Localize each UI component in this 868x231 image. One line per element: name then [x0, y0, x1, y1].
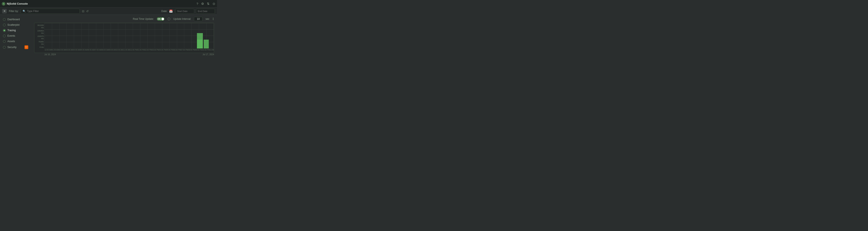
realtime-label: Real Time Update:	[133, 17, 154, 21]
v-line-7	[89, 23, 89, 48]
radio-dashboard	[3, 18, 6, 21]
x-tick-12: 12:00 PM	[130, 49, 137, 51]
interval-spinner[interactable]: ▲ ▼	[212, 17, 214, 21]
nav-label-dashboard: Dashboard	[7, 18, 20, 21]
start-date-input[interactable]	[175, 9, 194, 14]
content-area: Real Time Update: ON i Update Interval: …	[31, 15, 217, 58]
v-line-2	[52, 23, 52, 48]
v-line-18	[169, 23, 170, 48]
v-line-12	[125, 23, 126, 48]
save-filter-icon[interactable]: ⊟	[82, 9, 85, 13]
v-line-21	[191, 23, 192, 48]
top-bar-icons: ? ⚙ ⇅ ⊙	[196, 2, 215, 6]
sidebar-item-tracing[interactable]: Tracing	[0, 28, 31, 33]
grid-line-top	[44, 23, 214, 23]
v-line-9	[103, 23, 104, 48]
toggle-knob	[161, 18, 164, 20]
x-tick-19: 07:00 PM	[181, 49, 188, 51]
toggle-on-label: ON	[158, 18, 161, 20]
radio-scatterplot	[3, 24, 6, 26]
x-tick-2: 02:00 AM	[59, 49, 66, 51]
v-line-3	[59, 23, 60, 48]
date-start-label: Jul 16, 2024	[44, 53, 56, 55]
history-icon[interactable]: ↺	[86, 9, 89, 13]
x-tick-16: 04:00 PM	[159, 49, 166, 51]
info-icon: i	[167, 17, 170, 21]
v-line-19	[177, 23, 177, 48]
v-line-10	[111, 23, 111, 48]
main-layout: Dashboard Scatterplot Tracing Events Ass…	[0, 15, 217, 58]
x-tick-15: 03:00 PM	[152, 49, 159, 51]
filter-input[interactable]	[27, 10, 78, 13]
x-tick-4: 04:00 AM	[73, 49, 80, 51]
y-tick-2: 75485ms	[35, 41, 44, 45]
x-tick-18: 06:00 PM	[174, 49, 181, 51]
chart-container: 301939ms 226454ms 150970ms 75485ms 0 ms …	[34, 23, 214, 53]
v-line-11	[118, 23, 118, 48]
v-line-16	[155, 23, 155, 48]
close-button[interactable]: ✕	[2, 9, 7, 13]
x-tick-5: 05:00 AM	[80, 49, 87, 51]
date-controls: Date: 📅	[161, 9, 215, 14]
v-line-4	[66, 23, 67, 48]
nav-label-assets: Assets	[7, 40, 15, 43]
nav-label-events: Events	[7, 34, 15, 37]
x-tick-1: 01:00 AM	[52, 49, 59, 51]
help-icon[interactable]: ?	[196, 2, 198, 5]
sidebar-item-assets[interactable]: Assets	[0, 39, 31, 44]
x-tick-7: 07:00 AM	[95, 49, 102, 51]
y-tick-1: 0 ms	[35, 46, 44, 48]
chart-inner: 301939ms 226454ms 150970ms 75485ms 0 ms …	[34, 23, 214, 53]
connections-icon[interactable]: ⇅	[207, 2, 210, 6]
sidebar-item-events[interactable]: Events	[0, 33, 31, 38]
app-title: N|Solid Console	[7, 2, 28, 5]
end-date-input[interactable]	[196, 9, 215, 14]
nav-panel: Dashboard Scatterplot Tracing Events Ass…	[0, 15, 31, 58]
svg-text:N: N	[3, 3, 4, 5]
x-tick-9: 09:00 AM	[109, 49, 116, 51]
y-tick-3: 150970ms	[35, 35, 44, 40]
app-logo: N N|Solid Console	[2, 2, 28, 6]
latency-axis-label: Latency	[44, 35, 45, 43]
v-line-6	[81, 23, 82, 48]
filter-bar: ✕ Filter by: 🔍 ⊟ ↺ Date: 📅	[0, 8, 217, 15]
filter-input-wrap: 🔍	[21, 9, 80, 14]
search-icon: 🔍	[23, 10, 26, 13]
interval-input[interactable]	[194, 17, 203, 21]
nav-label-scatterplot: Scatterplot	[7, 24, 20, 26]
sidebar-item-dashboard[interactable]: Dashboard	[0, 17, 31, 22]
y-axis: 301939ms 226454ms 150970ms 75485ms 0 ms	[34, 23, 44, 53]
realtime-toggle[interactable]: ON	[157, 17, 164, 21]
top-bar: N N|Solid Console ? ⚙ ⇅ ⊙	[0, 0, 217, 8]
settings-icon[interactable]: ⚙	[201, 2, 204, 6]
sidebar-item-scatterplot[interactable]: Scatterplot	[0, 22, 31, 27]
nav-label-tracing: Tracing	[7, 29, 16, 32]
x-tick-20: 08:00 PM	[188, 49, 195, 51]
calendar-icon[interactable]: 📅	[169, 9, 173, 13]
grid-line-2	[44, 29, 214, 30]
x-tick-0: 12:00 AM	[44, 49, 52, 51]
app-logo-icon: N	[2, 2, 5, 6]
chart-plot: Latency	[44, 23, 214, 53]
interval-label: Update Interval:	[173, 17, 191, 21]
x-tick-8: 08:00 AM	[102, 49, 109, 51]
security-badge: 🛡	[25, 45, 28, 49]
x-tick-21: 09:00 PM	[195, 49, 203, 51]
nav-label-security: Security	[7, 46, 17, 49]
bar-bottom-2	[204, 40, 209, 48]
bar-bottom-1	[197, 40, 203, 48]
v-line-14	[140, 23, 141, 48]
sidebar-item-security[interactable]: Security 🛡	[0, 44, 31, 50]
y-tick-5: 301939ms	[35, 24, 44, 29]
sec-label: sec	[206, 17, 209, 21]
filter-label: Filter by:	[9, 10, 19, 13]
x-tick-3: 03:00 AM	[66, 49, 73, 51]
date-label: Date:	[161, 10, 167, 13]
grid-lines	[44, 23, 214, 48]
date-end-label: Jul 17, 2024	[203, 53, 214, 55]
x-tick-23: 11:00 PM	[210, 49, 214, 51]
user-icon[interactable]: ⊙	[213, 2, 215, 6]
controls-row: Real Time Update: ON i Update Interval: …	[34, 17, 214, 21]
x-tick-14: 02:00 PM	[145, 49, 152, 51]
x-tick-22: 10:00 PM	[203, 49, 210, 51]
